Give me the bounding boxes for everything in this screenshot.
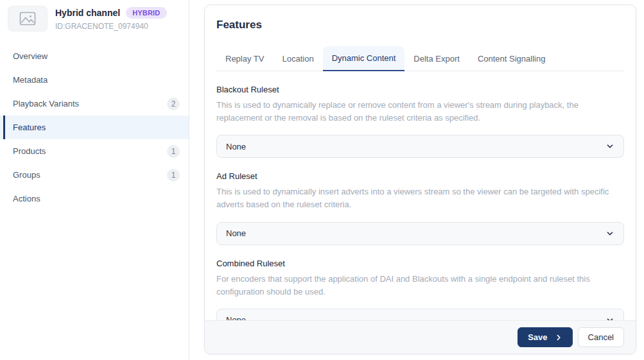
sidebar-item-actions[interactable]: Actions	[0, 187, 189, 210]
ad-ruleset-label: Ad Ruleset	[216, 171, 624, 181]
sidebar-item-label: Features	[13, 123, 46, 132]
page-title: Features	[216, 19, 624, 31]
sidebar-item-label: Actions	[13, 194, 40, 203]
ad-ruleset-description: This is used to dynamically insert adver…	[216, 185, 624, 211]
sidebar-item-products[interactable]: Products 1	[0, 139, 189, 163]
chevron-right-icon	[555, 334, 562, 341]
sidebar-item-label: Overview	[13, 51, 48, 61]
blackout-ruleset-label: Blackout Ruleset	[216, 85, 624, 94]
features-tabs: Replay TV Location Dynamic Content Delta…	[216, 46, 624, 71]
cancel-button-label: Cancel	[588, 332, 614, 342]
channel-id: ID:GRACENOTE_0974940	[55, 22, 167, 31]
channel-title: Hybrid channel	[55, 8, 120, 18]
sidebar-item-label: Groups	[13, 170, 40, 180]
channel-header: Hybrid channel HYBRID ID:GRACENOTE_09749…	[0, 0, 189, 35]
ad-ruleset-select[interactable]: None	[216, 222, 624, 245]
channel-meta: Hybrid channel HYBRID ID:GRACENOTE_09749…	[55, 6, 167, 31]
form-footer: Save Cancel	[205, 320, 636, 354]
selected-value: None	[226, 142, 246, 151]
image-placeholder-icon	[19, 12, 36, 26]
channel-type-badge: HYBRID	[126, 7, 166, 19]
sidebar-item-features[interactable]: Features	[0, 116, 189, 139]
channel-thumbnail	[8, 6, 48, 31]
tab-location[interactable]: Location	[273, 47, 322, 71]
blackout-ruleset-select[interactable]: None	[216, 135, 624, 158]
save-button-label: Save	[528, 332, 547, 342]
sidebar-item-label: Metadata	[13, 75, 48, 85]
features-panel: Features Replay TV Location Dynamic Cont…	[204, 4, 636, 354]
chevron-down-icon	[605, 142, 614, 151]
sidebar-nav: Overview Metadata Playback Variants 2 Fe…	[0, 44, 189, 210]
sidebar-item-groups[interactable]: Groups 1	[0, 163, 189, 187]
ad-ruleset-section: Ad Ruleset This is used to dynamically i…	[216, 171, 624, 244]
tab-delta-export[interactable]: Delta Export	[405, 47, 469, 71]
chevron-down-icon	[605, 229, 614, 238]
tab-dynamic-content[interactable]: Dynamic Content	[323, 46, 405, 71]
cancel-button[interactable]: Cancel	[578, 327, 624, 347]
tab-replay-tv[interactable]: Replay TV	[216, 47, 273, 71]
sidebar-item-label: Playback Variants	[13, 99, 79, 108]
blackout-ruleset-description: This is used to dynamically replace or r…	[216, 99, 624, 124]
sidebar-item-label: Products	[13, 146, 46, 156]
blackout-ruleset-section: Blackout Ruleset This is used to dynamic…	[216, 85, 624, 158]
combined-ruleset-label: Combined Ruleset	[216, 259, 624, 268]
sidebar-item-overview[interactable]: Overview	[0, 44, 189, 68]
count-badge: 1	[167, 169, 180, 182]
sidebar: Hybrid channel HYBRID ID:GRACENOTE_09749…	[0, 0, 189, 360]
tab-content-signalling[interactable]: Content Signalling	[469, 47, 555, 71]
selected-value: None	[226, 228, 246, 238]
sidebar-item-metadata[interactable]: Metadata	[0, 68, 189, 92]
count-badge: 1	[167, 145, 180, 158]
count-badge: 2	[167, 98, 180, 110]
save-button[interactable]: Save	[518, 327, 572, 347]
combined-ruleset-description: For encoders that support the applicatio…	[216, 273, 624, 298]
sidebar-item-playback-variants[interactable]: Playback Variants 2	[0, 92, 189, 116]
